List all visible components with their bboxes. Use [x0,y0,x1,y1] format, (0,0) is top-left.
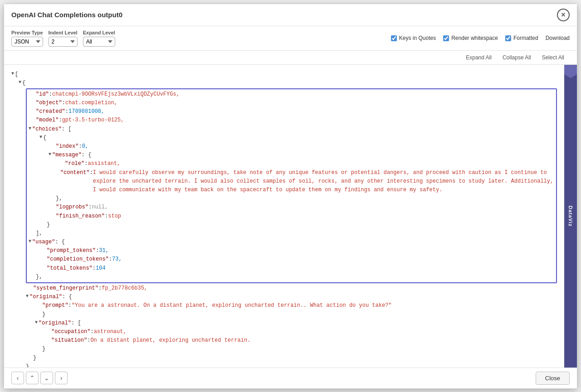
usage-inner: "prompt_tokens" : 31, "completion_tokens… [39,247,554,273]
finish-reason-key: "finish_reason" [56,212,105,221]
json-line-usage-close: }, [29,273,554,281]
json-line-choices-obj-close: } [39,221,554,229]
formatted-label: Formatted [513,35,538,41]
json-line-prompt: "prompt" : "You are a astronaut. On a di… [35,301,557,310]
render-whitespace-group[interactable]: Render whitespace [443,35,498,41]
json-line-occupation: "occupation" : astronaut, [44,328,557,336]
json-line-usage: ▼ "usage" : { [29,238,554,247]
json-obj-close: } [19,363,557,368]
total-tokens-key: "total_tokens" [47,264,93,273]
toggle-usage[interactable]: ▼ [29,238,31,247]
indent-level-select[interactable]: 1 2 3 4 [49,37,78,47]
modal-container: OpenAI Chat Completions output0 × Previe… [4,4,577,389]
json-line-index: "index" : 0, [49,142,554,151]
content-val: I would carefully observe my surrounding… [93,169,554,195]
json-line-original-inner: ▼ "original" : [ [35,319,557,328]
expand-level-group: Expand Level 1 2 3 All [83,30,115,47]
expand-all-button[interactable]: Expand All [460,53,497,62]
toggle-choices-obj[interactable]: ▼ [39,134,42,142]
close-bottom-button[interactable]: Close [536,372,570,385]
preview-type-group: Preview Type JSON Raw Tree [11,30,43,47]
json-line-situation: "situation" : On a distant planet, explo… [44,336,557,345]
json-line-role: "role" : assistant, [58,160,554,168]
choices-obj-inner: "index" : 0, ▼ "message" : { [49,142,554,221]
finish-reason-val: stop [108,212,121,221]
index-key: "index" [56,142,78,151]
original-key: "original" [29,293,62,301]
model-key: "model" [36,116,59,125]
situation-val: On a distant planet, exploring uncharted… [90,336,250,345]
json-line-total-tokens: "total_tokens" : 104 [39,264,554,273]
prompt-tokens-val: 31, [99,247,109,255]
json-line-prompt-tokens: "prompt_tokens" : 31, [39,247,554,255]
download-link[interactable]: Download [546,35,570,41]
toggle-original[interactable]: ▼ [26,293,29,301]
render-whitespace-checkbox[interactable] [443,35,449,41]
close-button-top[interactable]: × [557,9,570,21]
total-tokens-val: 104 [96,264,106,273]
nav-prev-button[interactable]: ⌃ [26,372,39,384]
json-line-object: "object" : chat.completion, [29,99,554,107]
formatted-group[interactable]: Formatted [505,35,538,41]
prompt-tokens-key: "prompt_tokens" [47,247,96,255]
toggle-original-inner[interactable]: ▼ [35,319,38,328]
toggle-message[interactable]: ▼ [49,151,51,160]
id-key: "id" [36,90,49,99]
preview-type-select[interactable]: JSON Raw Tree [11,37,43,47]
main-content: ▼ [ ▼ { "id" : chatcmpl-9OORsVFE [4,65,577,368]
json-line-choices-obj: ▼ { [39,134,554,142]
expand-level-select[interactable]: 1 2 3 All [83,37,115,47]
json-line-system-fp: "system_fingerprint" : fp_2b778c6b35, [26,284,557,293]
prompt-val: "You are a astronaut. On a distant plane… [72,301,392,310]
json-line-message-close: }, [49,194,554,203]
collapse-all-button[interactable]: Collapse All [497,53,537,62]
json-line-content: "content" : I would carefully observe my… [58,169,554,195]
occupation-key: "occupation" [51,328,90,336]
json-line-original-outer-close: } [26,354,557,363]
json-line-original-close-brace: } [35,310,557,319]
nav-last-button[interactable]: › [55,372,68,384]
dataviz-sidebar-tab[interactable]: DataViz [564,65,577,368]
prompt-key: "prompt" [42,301,68,310]
object-val: chat.completion, [65,99,117,107]
json-line-original: ▼ "original" : { [26,293,557,301]
expand-level-label: Expand Level [83,30,115,35]
modal-header: OpenAI Chat Completions output0 × [4,4,577,26]
created-key: "created" [36,107,65,116]
json-viewer[interactable]: ▼ [ ▼ { "id" : chatcmpl-9OORsVFE [4,65,564,368]
nav-next-button[interactable]: ⌄ [40,372,53,384]
json-line-model: "model" : gpt-3.5-turbo-0125, [29,116,554,125]
toggle-root[interactable]: ▼ [11,70,14,79]
keys-in-quotes-group[interactable]: Keys in Quotes [391,35,436,41]
toggle-obj[interactable]: ▼ [19,79,21,87]
keys-in-quotes-label: Keys in Quotes [399,35,436,41]
completion-tokens-val: 73, [112,255,122,264]
object-key: "object" [36,99,62,107]
json-line-message: ▼ "message" : { [49,151,554,160]
toggle-choices[interactable]: ▼ [29,125,31,134]
select-all-button[interactable]: Select All [537,53,570,62]
preview-type-label: Preview Type [11,30,43,35]
message-key: "message" [52,151,82,160]
keys-in-quotes-checkbox[interactable] [391,35,397,41]
json-line-finish-reason: "finish_reason" : stop [49,212,554,221]
original-inner-key: "original" [39,319,71,328]
dataviz-label: DataViz [568,205,573,227]
json-line-choices-close: ], [29,229,554,238]
indent-level-label: Indent Level [49,30,78,35]
id-val: chatcmpl-9OORsVFEjsz3wbVLxiQDZyCUvFYGs, [52,90,180,99]
choices-inner: ▼ { "index" : 0, [39,134,554,229]
situation-key: "situation" [51,336,87,345]
json-line-logprobs: "logprobs" : null, [49,203,554,212]
toolbar: Preview Type JSON Raw Tree Indent Level … [4,26,577,51]
render-whitespace-label: Render whitespace [451,35,498,41]
nav-first-button[interactable]: ‹ [11,372,24,384]
json-line-completion-tokens: "completion_tokens" : 73, [39,255,554,264]
formatted-checkbox[interactable] [505,35,511,41]
json-line-original-inner-arr-close: } [35,345,557,353]
occupation-val: astronaut, [94,328,127,336]
system-fingerprint-val: fp_2b778c6b35, [102,284,147,293]
json-line-created: "created" : 1709881008, [29,107,554,116]
json-line-id: "id" : chatcmpl-9OORsVFEjsz3wbVLxiQDZyCU… [29,90,554,99]
index-val: 0, [82,142,88,151]
